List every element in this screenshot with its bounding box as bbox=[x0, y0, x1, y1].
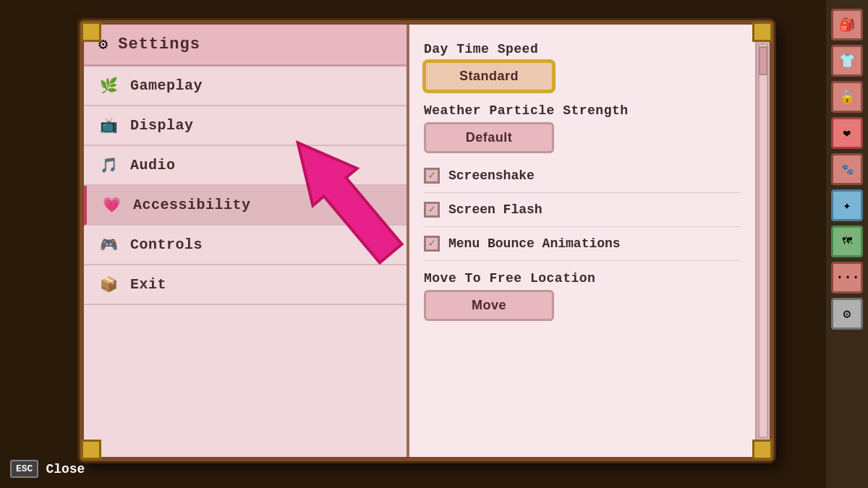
section-menu-bounce: Menu Bounce Animations bbox=[424, 227, 741, 261]
gameplay-label: Gameplay bbox=[130, 77, 203, 94]
settings-title: Settings bbox=[118, 35, 200, 53]
section-move-to-free: Move To Free Location Move bbox=[424, 265, 741, 321]
nav-item-exit[interactable]: 📦 Exit bbox=[84, 265, 407, 305]
display-icon: 📺 bbox=[98, 116, 119, 134]
exit-label: Exit bbox=[130, 276, 166, 293]
daytime-speed-button[interactable]: Standard bbox=[424, 61, 554, 92]
right-panel-inner: Day Time Speed Standard Weather Particle… bbox=[409, 25, 770, 457]
accessibility-label: Accessibility bbox=[133, 197, 251, 213]
screenshake-checkbox[interactable] bbox=[424, 168, 440, 184]
nav-item-accessibility[interactable]: 💗 Accessibility bbox=[84, 186, 407, 226]
menu-bounce-label: Menu Bounce Animations bbox=[448, 236, 621, 251]
nav-item-controls[interactable]: 🎮 Controls bbox=[84, 226, 407, 265]
sidebar-icon-lock[interactable]: 🔒 bbox=[831, 81, 863, 113]
sidebar-icon-buddy[interactable]: 🐾 bbox=[831, 153, 863, 185]
left-panel: ⚙ Settings 🌿 Gameplay 📺 Display 🎵 Audio … bbox=[84, 25, 409, 457]
gameplay-icon: 🌿 bbox=[98, 77, 119, 95]
screen-flash-checkbox[interactable] bbox=[424, 202, 440, 218]
corner-decoration-tl bbox=[81, 22, 101, 42]
exit-icon: 📦 bbox=[98, 275, 119, 294]
sidebar-icon-shirt[interactable]: 👕 bbox=[831, 45, 863, 77]
section-daytime-speed: Day Time Speed Standard bbox=[424, 36, 741, 92]
audio-label: Audio bbox=[130, 157, 176, 174]
corner-decoration-bl bbox=[81, 440, 101, 460]
right-content: Day Time Speed Standard Weather Particle… bbox=[409, 25, 755, 457]
sidebar-icon-star[interactable]: ✦ bbox=[831, 189, 863, 221]
corner-decoration-br bbox=[752, 440, 773, 460]
screenshake-label: Screenshake bbox=[448, 168, 535, 183]
section-screen-flash: Screen Flash bbox=[424, 193, 741, 227]
controls-icon: 🎮 bbox=[98, 236, 119, 254]
sidebar-icon-heart[interactable]: ❤ bbox=[831, 117, 863, 149]
sidebar-icon-gear-bottom[interactable]: ⚙ bbox=[831, 298, 863, 330]
sidebar-icon-map[interactable]: 🗺 bbox=[831, 226, 863, 257]
close-text: Close bbox=[46, 462, 85, 476]
sidebar-icon-backpack[interactable]: 🎒 bbox=[831, 9, 863, 40]
corner-decoration-tr bbox=[752, 22, 773, 42]
nav-item-audio[interactable]: 🎵 Audio bbox=[84, 146, 407, 186]
menu-bounce-checkbox[interactable] bbox=[424, 236, 440, 252]
weather-particle-button[interactable]: Default bbox=[424, 122, 554, 153]
move-to-free-label: Move To Free Location bbox=[424, 265, 741, 290]
daytime-speed-label: Day Time Speed bbox=[424, 36, 741, 61]
section-weather-particle: Weather Particle Strength Default bbox=[424, 98, 741, 153]
nav-item-gameplay[interactable]: 🌿 Gameplay bbox=[84, 67, 407, 106]
display-label: Display bbox=[130, 117, 194, 134]
esc-key[interactable]: ESC bbox=[10, 460, 38, 478]
right-panel: Day Time Speed Standard Weather Particle… bbox=[409, 25, 770, 457]
audio-icon: 🎵 bbox=[98, 156, 119, 174]
esc-close-bar: ESC Close bbox=[10, 460, 85, 478]
sidebar-icon-ellipsis[interactable]: ··· bbox=[831, 262, 863, 294]
settings-header: ⚙ Settings bbox=[84, 25, 407, 67]
section-screenshake: Screenshake bbox=[424, 159, 741, 193]
move-button[interactable]: Move bbox=[424, 290, 554, 321]
settings-book: ⚙ Settings 🌿 Gameplay 📺 Display 🎵 Audio … bbox=[80, 20, 774, 461]
nav-item-display[interactable]: 📺 Display bbox=[84, 106, 407, 146]
controls-label: Controls bbox=[130, 236, 203, 253]
scrollbar: ▲ ▼ bbox=[755, 25, 770, 457]
screen-flash-label: Screen Flash bbox=[448, 202, 542, 217]
weather-particle-label: Weather Particle Strength bbox=[424, 98, 741, 122]
scroll-track bbox=[758, 43, 768, 438]
right-sidebar: 🎒 👕 🔒 ❤ 🐾 ✦ 🗺 ··· ⚙ bbox=[826, 0, 868, 488]
accessibility-icon: 💗 bbox=[101, 196, 122, 214]
scroll-thumb[interactable] bbox=[759, 46, 767, 75]
